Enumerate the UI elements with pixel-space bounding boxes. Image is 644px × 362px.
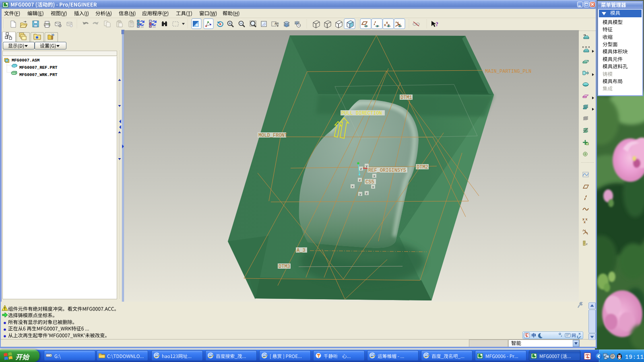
svg-text:x: x <box>384 23 386 27</box>
svg-text:y: y <box>366 164 368 168</box>
svg-text:DTM2: DTM2 <box>417 165 428 170</box>
svg-text:y: y <box>359 192 361 196</box>
svg-text:x: x <box>374 174 376 178</box>
svg-text:MOLD_FRONT: MOLD_FRONT <box>258 133 287 138</box>
svg-text:DTM1: DTM1 <box>400 95 412 101</box>
svg-text:x: x <box>372 185 374 189</box>
svg-text:y: y <box>582 229 584 232</box>
svg-text:z: z <box>395 25 396 27</box>
svg-text:z: z <box>586 243 588 245</box>
svg-text:AB: AB <box>275 22 279 25</box>
svg-text:z: z <box>359 178 361 182</box>
svg-text:A_3: A_3 <box>297 248 305 253</box>
svg-text:x: x <box>352 185 354 188</box>
svg-text:z: z <box>366 191 368 195</box>
svg-text:y: y <box>395 21 396 23</box>
svg-text:x: x <box>584 220 586 224</box>
svg-text:?: ? <box>436 21 438 27</box>
svg-text:DTM3: DTM3 <box>279 264 290 269</box>
svg-text:REF_ORIGINSYS: REF_ORIGINSYS <box>368 168 406 173</box>
svg-text:PULL DIRECTION: PULL DIRECTION <box>341 111 382 116</box>
svg-text:MAIN_PARTING_PLN: MAIN_PARTING_PLN <box>485 69 531 74</box>
svg-text:x: x <box>587 233 588 235</box>
svg-text:z: z <box>360 167 362 171</box>
svg-text:CS5: CS5 <box>365 179 374 185</box>
